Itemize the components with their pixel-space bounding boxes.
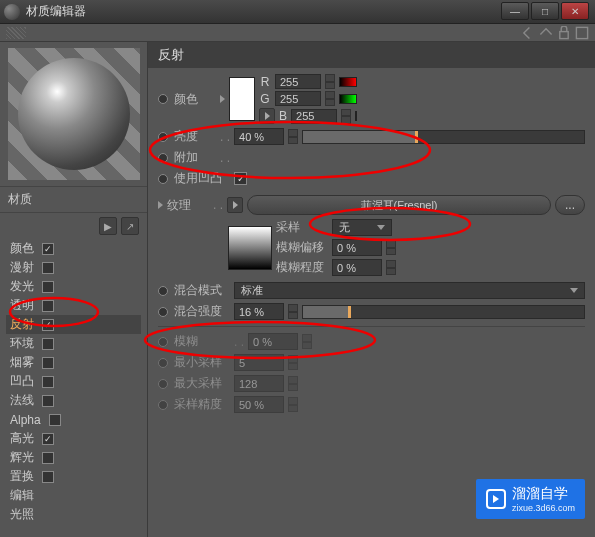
expand-icon[interactable] <box>158 201 163 209</box>
channel-checkbox[interactable] <box>42 452 54 464</box>
material-name[interactable]: 材质 <box>0 186 147 213</box>
color-picker-button[interactable] <box>259 108 275 124</box>
channel-checkbox[interactable] <box>42 338 54 350</box>
channel-label: 颜色 <box>10 240 34 257</box>
right-panel: 反射 颜色 R 255 G 255 <box>148 42 595 537</box>
b-spinner[interactable] <box>341 109 351 124</box>
channel-编辑[interactable]: 编辑 <box>6 486 141 505</box>
anim-dot[interactable] <box>158 337 168 347</box>
minimize-button[interactable]: — <box>501 2 529 20</box>
blend-mode-row: 混合模式 标准 <box>158 282 585 299</box>
close-button[interactable]: ✕ <box>561 2 589 20</box>
g-slider[interactable] <box>339 94 357 104</box>
channel-法线[interactable]: 法线 <box>6 391 141 410</box>
expand-icon[interactable] <box>220 95 225 103</box>
channel-发光[interactable]: 发光 <box>6 277 141 296</box>
channel-label: 辉光 <box>10 449 34 466</box>
nav-up-icon[interactable] <box>539 26 553 40</box>
channel-checkbox[interactable] <box>42 357 54 369</box>
channel-list: 颜色漫射发光透明反射环境烟雾凹凸法线Alpha高光辉光置换编辑光照 <box>0 239 147 524</box>
sample-accuracy-row: 采样精度 50 % <box>158 396 585 413</box>
material-preview[interactable] <box>8 48 140 180</box>
anim-dot <box>158 400 168 410</box>
anim-dot[interactable] <box>158 286 168 296</box>
channel-label: 编辑 <box>10 487 34 504</box>
maximize-button[interactable]: □ <box>531 2 559 20</box>
channel-置换[interactable]: 置换 <box>6 467 141 486</box>
channel-辉光[interactable]: 辉光 <box>6 448 141 467</box>
channel-label: 反射 <box>10 316 34 333</box>
channel-checkbox[interactable] <box>42 262 54 274</box>
blur-offset-input[interactable]: 0 % <box>332 239 382 256</box>
lock-icon[interactable] <box>557 26 571 40</box>
additive-row: 附加 . . <box>158 149 585 166</box>
channel-漫射[interactable]: 漫射 <box>6 258 141 277</box>
sampling-dropdown[interactable]: 无 <box>332 219 392 236</box>
anim-dot[interactable] <box>158 174 168 184</box>
blurriness-input[interactable]: 0 % <box>248 333 298 350</box>
channel-checkbox[interactable] <box>42 281 54 293</box>
mix-strength-row: 混合强度 16 % <box>158 303 585 320</box>
channel-checkbox[interactable] <box>42 319 54 331</box>
channel-颜色[interactable]: 颜色 <box>6 239 141 258</box>
sample-accuracy-input: 50 % <box>234 396 284 413</box>
brightness-slider[interactable] <box>302 130 585 144</box>
anim-dot[interactable] <box>158 94 168 104</box>
b-input[interactable]: 255 <box>291 109 337 124</box>
g-input[interactable]: 255 <box>275 91 321 106</box>
r-slider[interactable] <box>339 77 357 87</box>
brightness-input[interactable]: 40 % <box>234 128 284 145</box>
texture-thumb[interactable] <box>228 226 272 270</box>
g-spinner[interactable] <box>325 91 335 106</box>
prev-material-button[interactable]: ▶ <box>99 217 117 235</box>
anim-dot[interactable] <box>158 307 168 317</box>
channel-光照[interactable]: 光照 <box>6 505 141 524</box>
r-spinner[interactable] <box>325 74 335 89</box>
b-slider[interactable] <box>355 111 357 121</box>
toolbar-grip[interactable] <box>6 27 26 39</box>
r-input[interactable]: 255 <box>275 74 321 89</box>
svg-rect-1 <box>576 27 587 38</box>
blurriness-row: 模糊 . . 0 % <box>158 333 585 350</box>
brightness-row: 亮度 . . 40 % <box>158 128 585 145</box>
use-bump-checkbox[interactable] <box>234 172 247 185</box>
pick-material-button[interactable]: ↗ <box>121 217 139 235</box>
channel-checkbox[interactable] <box>42 376 54 388</box>
window-titlebar: 材质编辑器 — □ ✕ <box>0 0 595 24</box>
channel-凹凸[interactable]: 凹凸 <box>6 372 141 391</box>
anim-dot[interactable] <box>158 132 168 142</box>
nav-back-icon[interactable] <box>521 26 535 40</box>
channel-checkbox[interactable] <box>42 300 54 312</box>
color-row: 颜色 R 255 G 255 <box>158 74 585 124</box>
channel-checkbox[interactable] <box>49 414 61 426</box>
menu-icon[interactable] <box>575 26 589 40</box>
channel-checkbox[interactable] <box>42 243 54 255</box>
channel-透明[interactable]: 透明 <box>6 296 141 315</box>
channel-环境[interactable]: 环境 <box>6 334 141 353</box>
channel-label: 光照 <box>10 506 34 523</box>
channel-checkbox[interactable] <box>42 471 54 483</box>
channel-label: 环境 <box>10 335 34 352</box>
mix-strength-input[interactable]: 16 % <box>234 303 284 320</box>
channel-反射[interactable]: 反射 <box>6 315 141 334</box>
channel-高光[interactable]: 高光 <box>6 429 141 448</box>
channel-烟雾[interactable]: 烟雾 <box>6 353 141 372</box>
use-bump-row: 使用凹凸 <box>158 170 585 187</box>
anim-dot <box>158 379 168 389</box>
max-samples-input: 128 <box>234 375 284 392</box>
left-panel: 材质 ▶ ↗ 颜色漫射发光透明反射环境烟雾凹凸法线Alpha高光辉光置换编辑光照 <box>0 42 148 537</box>
window-title: 材质编辑器 <box>26 3 86 20</box>
anim-dot[interactable] <box>158 153 168 163</box>
channel-checkbox[interactable] <box>42 395 54 407</box>
color-swatch[interactable] <box>229 77 255 121</box>
texture-button[interactable]: 菲涅耳(Fresnel) <box>247 195 551 215</box>
channel-Alpha[interactable]: Alpha <box>6 410 141 429</box>
blend-mode-dropdown[interactable]: 标准 <box>234 282 585 299</box>
texture-menu-button[interactable] <box>227 197 243 213</box>
browse-button[interactable]: ... <box>555 195 585 215</box>
preview-sphere <box>18 58 130 170</box>
brightness-spinner[interactable] <box>288 129 298 144</box>
mix-strength-slider[interactable] <box>302 305 585 319</box>
channel-checkbox[interactable] <box>42 433 54 445</box>
blur-scale-input[interactable]: 0 % <box>332 259 382 276</box>
